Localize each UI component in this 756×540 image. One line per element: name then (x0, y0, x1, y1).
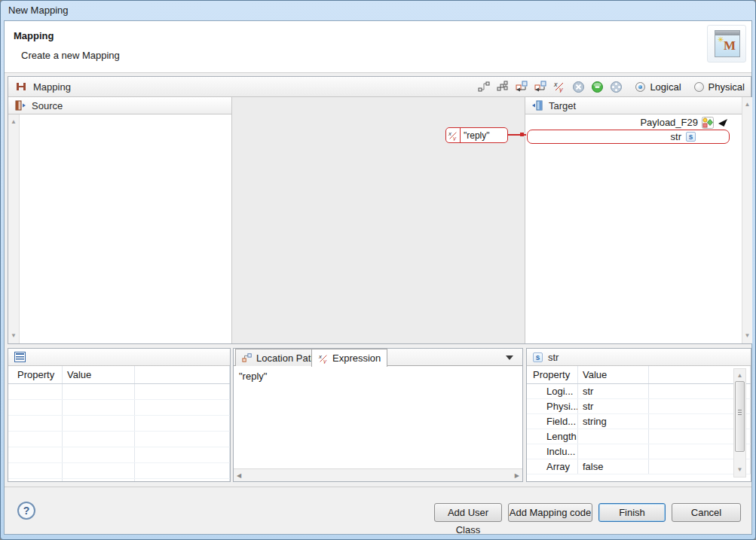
property-cell: Physi... (527, 399, 578, 413)
right-properties-body[interactable]: Logi...strPhysi...strField...stringLengt… (527, 384, 751, 481)
radio-physical[interactable]: Physical (694, 81, 745, 93)
table-row[interactable]: Length (527, 429, 751, 444)
titlebar[interactable]: New Mapping (1, 1, 755, 20)
wizard-banner: Mapping Create a new Mapping ✳ M (5, 21, 751, 73)
value-cell (63, 463, 135, 478)
cancel-button[interactable]: Cancel (672, 503, 741, 522)
column-header-property[interactable]: Property (527, 366, 578, 383)
column-header-value[interactable]: Value (578, 366, 649, 383)
svg-text:y: y (559, 86, 563, 93)
property-cell (8, 384, 63, 399)
table-row[interactable] (8, 384, 230, 400)
auto-map-all-icon[interactable] (534, 80, 547, 93)
scroll-down-icon[interactable]: ▼ (742, 331, 752, 341)
expression-icon: xy (446, 128, 461, 142)
radio-logical[interactable]: Logical (635, 81, 681, 93)
extra-cell (135, 416, 230, 431)
extra-cell (135, 400, 230, 415)
table-row[interactable]: Arrayfalse (527, 459, 751, 474)
value-cell (63, 384, 135, 399)
source-icon (14, 99, 26, 111)
value-cell (63, 400, 135, 415)
target-root-node[interactable]: Payload_F29 (525, 115, 742, 130)
property-cell: Array (527, 459, 578, 474)
page-subtitle: Create a new Mapping (21, 50, 120, 61)
expression-tool-icon[interactable]: xy (552, 80, 566, 93)
value-cell: string (578, 414, 649, 429)
radio-logical-label: Logical (650, 81, 681, 93)
mapping-toolbar: Mapping xy (8, 77, 751, 97)
expression-editor[interactable]: "reply" (234, 367, 522, 468)
dialog-body: Mapping Create a new Mapping ✳ M Mapping (4, 20, 752, 535)
table-row[interactable]: Field...string (527, 414, 751, 429)
svg-text:x: x (318, 353, 323, 360)
target-field-node[interactable]: str s (527, 130, 730, 144)
source-tree[interactable]: ▲ ▼ (8, 114, 231, 343)
scroll-down-icon[interactable]: ▼ (734, 465, 745, 475)
help-button[interactable]: ? (17, 502, 35, 520)
disable-mapping-icon[interactable] (571, 80, 585, 93)
tab-location-path[interactable]: Location Path (235, 349, 323, 366)
expression-node[interactable]: xy "reply" (445, 127, 508, 143)
target-header: Target (525, 97, 752, 114)
svg-text:x: x (448, 130, 452, 137)
mapping-options-icon[interactable] (609, 80, 623, 93)
list-icon (14, 352, 26, 362)
table-row[interactable]: Physi...str (527, 399, 751, 414)
right-properties-header: s str (527, 349, 751, 366)
link-multi-nodes-icon[interactable] (496, 80, 510, 93)
property-cell (8, 400, 63, 415)
table-row[interactable] (8, 432, 230, 447)
svg-text:y: y (452, 135, 457, 141)
column-header-property[interactable]: Property (8, 366, 63, 383)
enable-mapping-icon[interactable] (590, 80, 604, 93)
horizontal-scrollbar[interactable]: ◀ ▶ (234, 468, 522, 481)
mapping-section-icon (14, 80, 28, 93)
target-scrollbar[interactable]: ▲ ▼ (742, 97, 752, 343)
add-user-class-button[interactable]: Add User Class (434, 503, 502, 522)
property-cell (8, 463, 63, 478)
string-type-badge: s (686, 132, 696, 142)
left-properties-body[interactable] (8, 384, 230, 481)
scroll-right-icon[interactable]: ▶ (515, 472, 519, 479)
value-cell (63, 432, 135, 447)
table-row[interactable] (8, 463, 230, 479)
scroll-up-icon[interactable]: ▲ (734, 371, 745, 381)
table-row[interactable] (8, 479, 230, 482)
left-properties-panel: Property Value (8, 348, 231, 482)
svg-text:y: y (323, 358, 327, 364)
radio-physical-circle[interactable] (694, 82, 704, 92)
new-mapping-dialog: New Mapping Mapping Create a new Mapping… (0, 0, 756, 540)
table-row[interactable]: Inclu... (527, 444, 751, 459)
button-bar: ? Add User Class Add Mapping code Finish… (5, 487, 751, 534)
table-row[interactable] (8, 416, 230, 432)
column-header-value[interactable]: Value (63, 366, 135, 383)
scroll-up-icon[interactable]: ▲ (8, 117, 19, 127)
scrollbar-thumb[interactable] (735, 381, 745, 452)
extra-cell (135, 432, 230, 447)
target-tree[interactable]: Payload_F29 str s (525, 114, 742, 343)
source-scrollbar[interactable]: ▲ ▼ (8, 114, 20, 343)
table-row[interactable] (8, 400, 230, 416)
scroll-up-icon[interactable]: ▲ (742, 99, 752, 110)
table-row[interactable]: Logi...str (527, 384, 751, 399)
right-table-header: Property Value (527, 366, 751, 384)
mapping-wizard-icon: ✳ M (707, 25, 746, 63)
tab-list-dropdown-icon[interactable] (506, 355, 513, 360)
value-cell (63, 479, 135, 482)
link-nodes-icon[interactable] (477, 80, 491, 93)
tab-expression[interactable]: xy Expression (311, 349, 387, 367)
properties-scrollbar[interactable]: ▲ ▼ (733, 368, 746, 477)
table-row[interactable] (8, 447, 230, 463)
extra-cell (135, 384, 230, 399)
auto-map-icon[interactable] (515, 80, 528, 93)
mapping-editor: Mapping xy (8, 76, 751, 344)
scroll-down-icon[interactable]: ▼ (8, 331, 19, 341)
property-cell (8, 479, 63, 482)
finish-button[interactable]: Finish (598, 503, 666, 522)
add-mapping-code-button[interactable]: Add Mapping code (508, 503, 592, 522)
radio-logical-circle[interactable] (635, 82, 645, 92)
column-header-extra[interactable] (135, 366, 230, 383)
value-cell: str (578, 384, 649, 398)
scroll-left-icon[interactable]: ◀ (237, 472, 241, 479)
